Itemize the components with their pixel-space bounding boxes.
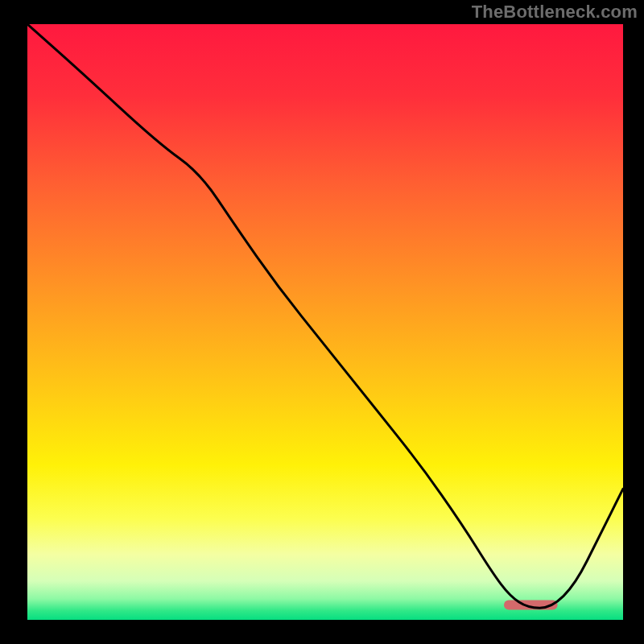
plot-svg — [27, 24, 623, 620]
chart-container: TheBottleneck.com — [0, 0, 644, 644]
gradient-background — [27, 24, 623, 620]
plot-frame — [27, 24, 623, 620]
watermark-text: TheBottleneck.com — [472, 2, 638, 23]
